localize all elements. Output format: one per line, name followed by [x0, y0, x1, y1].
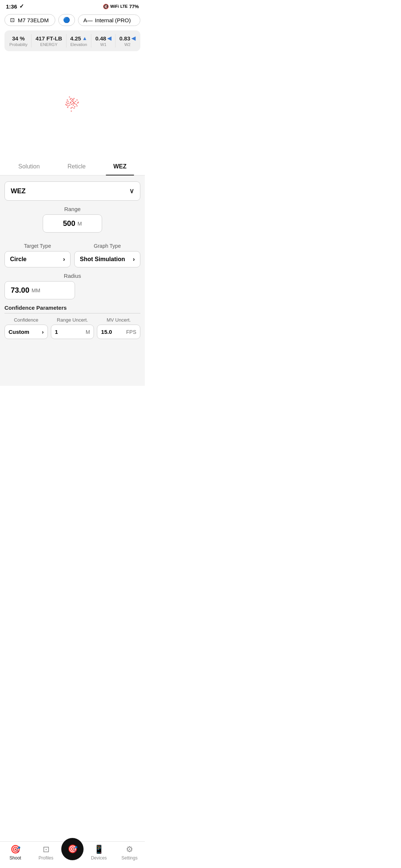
stat-w2: 0.83 ◀ W2	[120, 35, 136, 47]
elevation-arrow-icon: ▲	[82, 35, 87, 41]
stat-w1-label: W1	[95, 42, 111, 47]
range-uncert-unit: M	[86, 329, 90, 335]
w2-arrow-icon: ◀	[131, 35, 136, 41]
graph-type-label: Graph Type	[74, 243, 140, 249]
stat-probability-label: Probablity	[9, 42, 27, 47]
graph-type-dropdown[interactable]: Shot Simulation ›	[74, 251, 140, 267]
w1-arrow-icon: ◀	[107, 35, 111, 41]
mv-uncert-unit: FPS	[126, 329, 136, 335]
stat-w2-label: W2	[120, 42, 136, 47]
wez-dropdown-value: WEZ	[11, 187, 26, 195]
target-type-dropdown[interactable]: Circle ›	[4, 251, 71, 267]
mv-uncert-label: MV Uncert.	[97, 317, 140, 323]
status-check-icon: ✓	[19, 3, 24, 10]
tabs-container: Solution Reticle WEZ	[0, 158, 145, 175]
stat-probability-value: 34 %	[12, 35, 25, 42]
confidence-dropdown[interactable]: Custom ›	[4, 325, 48, 339]
device-selector-button[interactable]: ⊡ M7 73ELDM	[4, 14, 55, 26]
stat-divider-1	[31, 34, 32, 47]
bluetooth-icon: 🔵	[63, 17, 70, 23]
svg-text:×: ×	[65, 103, 66, 106]
target-graph-row: Target Type Circle › Graph Type Shot Sim…	[4, 243, 140, 267]
signal-icon: LTE	[120, 4, 128, 9]
target-type-label: Target Type	[4, 243, 71, 249]
stats-bar: 34 % Probablity 417 FT-LB ENERGY 4.25 ▲ …	[4, 30, 140, 51]
svg-text:×: ×	[73, 106, 75, 110]
confidence-label: Confidence	[4, 317, 48, 323]
radius-input[interactable]: 73.00 MM	[4, 281, 75, 299]
range-label: Range	[4, 206, 140, 212]
stat-elevation-label: Elevation	[70, 42, 87, 47]
radius-value: 73.00	[11, 286, 29, 295]
svg-text:×: ×	[78, 101, 79, 103]
stat-energy: 417 FT-LB ENERGY	[36, 35, 62, 47]
profile-label: Internal (PRO)	[95, 17, 131, 23]
range-unit: M	[78, 221, 82, 227]
stat-divider-2	[66, 34, 66, 47]
range-input[interactable]: 500 M	[43, 214, 102, 233]
device-icon: ⊡	[10, 17, 15, 23]
wifi-icon: WiFi	[110, 4, 119, 9]
radius-unit: MM	[32, 287, 40, 293]
stat-w2-value: 0.83	[120, 35, 130, 42]
stat-divider-4	[115, 34, 115, 47]
stat-divider-3	[91, 34, 91, 47]
range-uncert-label: Range Uncert.	[51, 317, 94, 323]
profile-button[interactable]: A— Internal (PRO)	[78, 14, 140, 26]
graph-type-chevron-icon: ›	[133, 256, 135, 263]
device-label: M7 73ELDM	[18, 17, 49, 23]
target-type-value: Circle	[10, 256, 26, 263]
chevron-down-icon: ∨	[129, 187, 134, 195]
profile-icon: A—	[84, 17, 93, 23]
battery-percent: 77%	[129, 4, 139, 9]
svg-text:×: ×	[73, 101, 75, 104]
svg-text:×: ×	[66, 98, 68, 102]
graph-type-col: Graph Type Shot Simulation ›	[74, 243, 140, 267]
bluetooth-button[interactable]: 🔵	[58, 14, 75, 26]
svg-text:×: ×	[70, 106, 72, 110]
mv-uncert-input[interactable]: 15.0 FPS	[97, 325, 140, 339]
wez-content: WEZ ∨ Range 500 M Target Type Circle › G…	[0, 175, 145, 386]
stat-w1-value: 0.48	[95, 35, 106, 42]
confidence-value: Custom	[9, 329, 29, 335]
confidence-col: Confidence Custom ›	[4, 317, 48, 339]
confidence-params-row: Confidence Custom › Range Uncert. 1 M MV…	[4, 317, 140, 339]
target-type-col: Target Type Circle ›	[4, 243, 71, 267]
stat-energy-value: 417 FT-LB	[36, 35, 62, 42]
top-controls: ⊡ M7 73ELDM 🔵 A— Internal (PRO)	[0, 11, 145, 29]
mv-uncert-col: MV Uncert. 15.0 FPS	[97, 317, 140, 339]
stat-energy-label: ENERGY	[36, 42, 62, 47]
mute-icon: 🔇	[103, 4, 109, 9]
svg-text:×: ×	[69, 96, 70, 98]
tab-solution[interactable]: Solution	[11, 158, 47, 175]
radius-label: Radius	[4, 273, 140, 279]
mv-uncert-value: 15.0	[101, 329, 112, 335]
shot-simulation-area: × × × × × × × × × × × × × × × × × × × × …	[0, 54, 145, 158]
tab-reticle[interactable]: Reticle	[60, 158, 93, 175]
stat-w1: 0.48 ◀ W1	[95, 35, 111, 47]
svg-text:×: ×	[71, 110, 72, 112]
wez-dropdown[interactable]: WEZ ∨	[4, 181, 140, 201]
svg-text:×: ×	[70, 101, 72, 105]
range-uncert-input[interactable]: 1 M	[51, 325, 94, 339]
confidence-title: Confidence Parameters	[4, 305, 140, 311]
confidence-chevron-icon: ›	[42, 329, 44, 335]
stat-elevation-value: 4.25	[70, 35, 81, 42]
svg-text:×: ×	[76, 104, 78, 108]
status-bar: 1:36 ✓ 🔇 WiFi LTE 77%	[0, 0, 145, 11]
tab-wez[interactable]: WEZ	[106, 158, 134, 175]
svg-text:×: ×	[73, 97, 75, 100]
range-uncert-col: Range Uncert. 1 M	[51, 317, 94, 339]
shot-scatter-plot: × × × × × × × × × × × × × × × × × × × × …	[46, 84, 98, 128]
confidence-divider	[4, 313, 140, 313]
stat-probability: 34 % Probablity	[9, 35, 27, 47]
graph-type-value: Shot Simulation	[80, 256, 125, 263]
target-type-chevron-icon: ›	[63, 256, 65, 263]
range-uncert-value: 1	[55, 329, 58, 335]
range-value: 500	[63, 219, 75, 228]
status-time: 1:36	[6, 3, 17, 10]
stat-elevation: 4.25 ▲ Elevation	[70, 35, 87, 47]
